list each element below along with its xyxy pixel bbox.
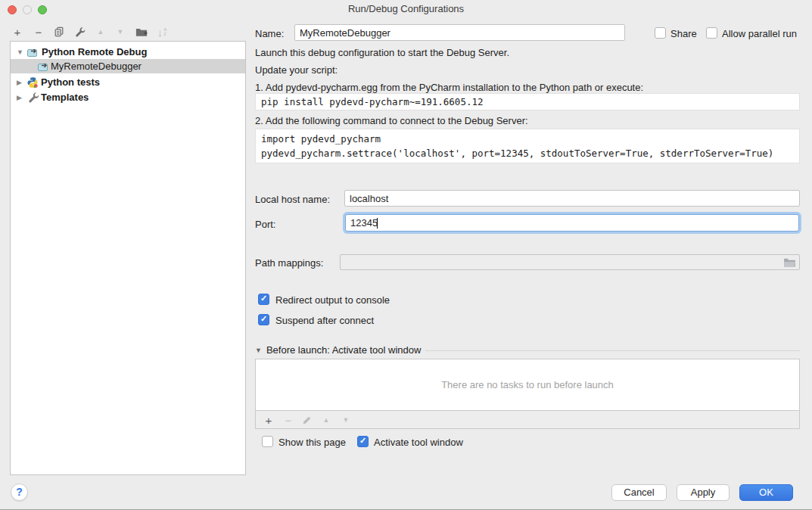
pip-command-text: pip install pydevd-pycharm~=191.6605.12 [256, 94, 799, 110]
chevron-down-icon[interactable]: ▼ [255, 347, 262, 354]
suspend-after-connect-checkbox[interactable] [258, 314, 269, 325]
redirect-output-label: Redirect output to console [275, 294, 390, 306]
name-input[interactable] [294, 24, 625, 41]
local-host-label: Local host name: [255, 194, 330, 205]
title-bar: Run/Debug Configurations [0, 0, 812, 17]
browse-folder-icon[interactable] [783, 257, 796, 267]
before-launch-task-list[interactable]: There are no tasks to run before launch [255, 359, 800, 411]
window-title: Run/Debug Configurations [0, 3, 812, 14]
redirect-output-checkbox[interactable] [258, 294, 269, 305]
edit-templates-icon[interactable] [73, 25, 87, 39]
configurations-tree: ▼ Python Remote Debug MyRemoteDebugger ▶… [10, 41, 246, 475]
tree-item-label: Python tests [41, 76, 100, 88]
chevron-right-icon[interactable]: ▶ [17, 79, 22, 86]
allow-parallel-run-checkbox[interactable] [706, 27, 717, 39]
help-button[interactable]: ? [11, 484, 28, 501]
pip-command-box[interactable]: pip install pydevd-pycharm~=191.6605.12 [255, 93, 800, 110]
wrench-icon [75, 26, 86, 38]
activate-tool-window-checkbox[interactable] [357, 436, 369, 447]
sort-alphabetically-icon: ↓ az [155, 25, 169, 39]
suspend-after-connect-label: Suspend after connect [275, 315, 374, 326]
tree-item-python-tests[interactable]: ▶ Python tests [11, 75, 245, 89]
before-launch-title: Before launch: Activate tool window [266, 344, 422, 356]
settrace-code-box[interactable]: import pydevd_pycharm pydevd_pycharm.set… [255, 129, 800, 163]
intro-text: Launch this debug configuration to start… [255, 47, 509, 58]
add-task-icon[interactable]: + [262, 413, 275, 427]
add-configuration-icon[interactable]: + [11, 25, 24, 39]
pencil-icon [302, 415, 312, 425]
python-tests-icon [26, 76, 39, 89]
step1-text: 1. Add pydevd-pycharm.egg from the PyCha… [255, 82, 643, 93]
share-label: Share [670, 28, 697, 39]
remove-configuration-icon[interactable]: − [32, 25, 45, 39]
chevron-right-icon[interactable]: ▶ [17, 94, 22, 101]
show-this-page-label: Show this page [278, 437, 346, 448]
edit-task-icon [300, 413, 313, 427]
text-caret [377, 218, 378, 229]
before-launch-toolbar: + − ▲ ▼ [255, 411, 800, 429]
before-launch-header[interactable]: ▼ Before launch: Activate tool window [255, 344, 800, 356]
local-host-input[interactable] [344, 190, 800, 207]
tree-item-myremotedebugger[interactable]: MyRemoteDebugger [11, 59, 245, 73]
wrench-icon [28, 92, 40, 104]
code-line-1: import pydevd_pycharm [256, 132, 799, 146]
show-this-page-checkbox[interactable] [262, 436, 273, 447]
share-checkbox[interactable] [655, 27, 666, 39]
remote-debug-icon [37, 61, 49, 73]
run-debug-configurations-dialog: Run/Debug Configurations + − ▲ ▼ ↓ az ▼ … [0, 0, 812, 510]
name-label: Name: [255, 28, 284, 39]
task-move-down-icon: ▼ [339, 413, 353, 427]
separator-line [425, 350, 800, 351]
chevron-down-icon[interactable]: ▼ [17, 48, 23, 56]
remove-task-icon: − [282, 413, 295, 427]
sort-arrow: ↓ [157, 26, 163, 39]
copy-configuration-icon[interactable] [52, 25, 66, 39]
step2-text: 2. Add the following command to connect … [255, 115, 528, 126]
path-mappings-input[interactable] [340, 254, 800, 270]
code-line-2: pydevd_pycharm.settrace('localhost', por… [256, 146, 799, 160]
port-input[interactable] [345, 214, 799, 232]
create-folder-icon[interactable] [135, 25, 148, 39]
allow-parallel-run-label: Allow parallel run [722, 28, 797, 39]
update-script-text: Update your script: [255, 64, 338, 76]
tree-item-templates[interactable]: ▶ Templates [11, 90, 245, 104]
move-down-icon: ▼ [114, 25, 127, 39]
path-mappings-label: Path mappings: [255, 257, 323, 269]
folder-plus-icon [135, 26, 148, 37]
tree-item-label: MyRemoteDebugger [51, 61, 142, 72]
remote-debug-icon [26, 46, 39, 58]
activate-tool-window-label: Activate tool window [374, 437, 463, 448]
port-label: Port: [255, 219, 275, 230]
copy-icon [54, 26, 64, 37]
apply-button[interactable]: Apply [677, 484, 730, 501]
move-up-icon: ▲ [94, 25, 107, 39]
tree-item-label: Templates [41, 92, 89, 103]
cancel-button[interactable]: Cancel [611, 484, 667, 501]
tree-item-python-remote-debug[interactable]: ▼ Python Remote Debug [11, 45, 245, 59]
ok-button[interactable]: OK [739, 484, 793, 501]
task-move-up-icon: ▲ [319, 413, 333, 427]
tree-item-label: Python Remote Debug [42, 46, 147, 58]
no-tasks-text: There are no tasks to run before launch [441, 379, 614, 390]
